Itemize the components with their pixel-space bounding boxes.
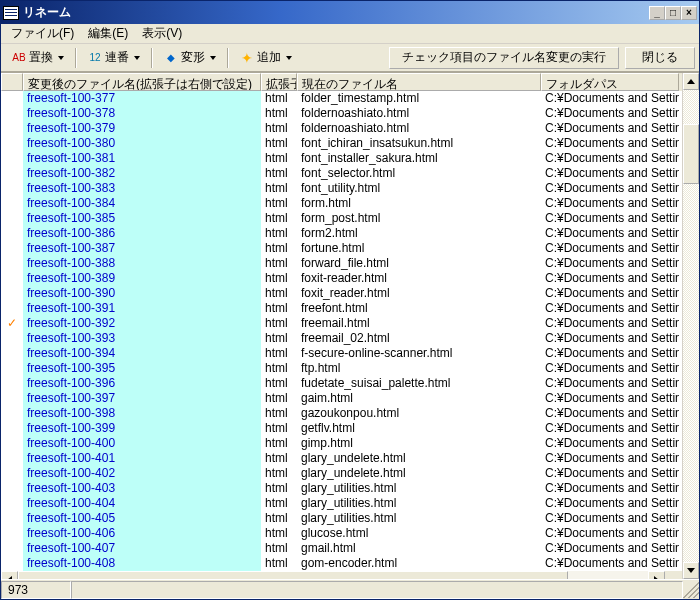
menu-file[interactable]: ファイル(F) xyxy=(5,23,80,44)
row-ext[interactable]: html xyxy=(261,481,297,496)
row-ext[interactable]: html xyxy=(261,241,297,256)
row-ext[interactable]: html xyxy=(261,256,297,271)
table-row[interactable]: freesoft-100-406htmlglucose.htmlC:¥Docum… xyxy=(1,526,682,541)
table-row[interactable]: freesoft-100-379htmlfoldernoashiato.html… xyxy=(1,121,682,136)
menu-edit[interactable]: 編集(E) xyxy=(82,23,134,44)
table-row[interactable]: freesoft-100-397htmlgaim.htmlC:¥Document… xyxy=(1,391,682,406)
table-row[interactable]: freesoft-100-395htmlftp.htmlC:¥Documents… xyxy=(1,361,682,376)
table-row[interactable]: freesoft-100-400htmlgimp.htmlC:¥Document… xyxy=(1,436,682,451)
row-newname[interactable]: freesoft-100-396 xyxy=(23,376,261,391)
row-ext[interactable]: html xyxy=(261,91,297,106)
row-newname[interactable]: freesoft-100-381 xyxy=(23,151,261,166)
sequence-button[interactable]: 12 連番 xyxy=(81,47,147,69)
row-newname[interactable]: freesoft-100-387 xyxy=(23,241,261,256)
row-newname[interactable]: freesoft-100-382 xyxy=(23,166,261,181)
table-row[interactable]: freesoft-100-389htmlfoxit-reader.htmlC:¥… xyxy=(1,271,682,286)
row-newname[interactable]: freesoft-100-401 xyxy=(23,451,261,466)
row-ext[interactable]: html xyxy=(261,166,297,181)
minimize-button[interactable]: _ xyxy=(649,6,665,20)
table-row[interactable]: freesoft-100-408htmlgom-encoder.htmlC:¥D… xyxy=(1,556,682,571)
vscroll-thumb[interactable] xyxy=(683,124,699,184)
table-row[interactable]: freesoft-100-383htmlfont_utility.htmlC:¥… xyxy=(1,181,682,196)
table-row[interactable]: freesoft-100-385htmlform_post.htmlC:¥Doc… xyxy=(1,211,682,226)
col-newname[interactable]: 変更後のファイル名(拡張子は右側で設定) xyxy=(23,73,261,91)
table-row[interactable]: freesoft-100-378htmlfoldernoashiato.html… xyxy=(1,106,682,121)
row-ext[interactable]: html xyxy=(261,376,297,391)
row-newname[interactable]: freesoft-100-395 xyxy=(23,361,261,376)
row-ext[interactable]: html xyxy=(261,556,297,571)
row-newname[interactable]: freesoft-100-377 xyxy=(23,91,261,106)
row-newname[interactable]: freesoft-100-392 xyxy=(23,316,261,331)
table-row[interactable]: freesoft-100-380htmlfont_ichiran_insatsu… xyxy=(1,136,682,151)
row-newname[interactable]: freesoft-100-379 xyxy=(23,121,261,136)
col-mark[interactable] xyxy=(1,73,23,91)
resize-grip[interactable] xyxy=(683,582,699,598)
vertical-scrollbar[interactable] xyxy=(682,73,699,579)
table-row[interactable]: freesoft-100-388htmlforward_file.htmlC:¥… xyxy=(1,256,682,271)
row-newname[interactable]: freesoft-100-408 xyxy=(23,556,261,571)
row-ext[interactable]: html xyxy=(261,136,297,151)
row-newname[interactable]: freesoft-100-404 xyxy=(23,496,261,511)
table-row[interactable]: freesoft-100-384htmlform.htmlC:¥Document… xyxy=(1,196,682,211)
transform-button[interactable]: ◆ 変形 xyxy=(157,47,223,69)
table-row[interactable]: freesoft-100-399htmlgetflv.htmlC:¥Docume… xyxy=(1,421,682,436)
row-newname[interactable]: freesoft-100-403 xyxy=(23,481,261,496)
table-row[interactable]: freesoft-100-381htmlfont_installer_sakur… xyxy=(1,151,682,166)
row-ext[interactable]: html xyxy=(261,526,297,541)
row-newname[interactable]: freesoft-100-386 xyxy=(23,226,261,241)
row-ext[interactable]: html xyxy=(261,106,297,121)
scroll-left-button[interactable] xyxy=(1,571,18,579)
row-ext[interactable]: html xyxy=(261,391,297,406)
replace-button[interactable]: AB 置換 xyxy=(5,47,71,69)
row-newname[interactable]: freesoft-100-384 xyxy=(23,196,261,211)
scroll-up-button[interactable] xyxy=(683,73,699,90)
row-newname[interactable]: freesoft-100-393 xyxy=(23,331,261,346)
row-newname[interactable]: freesoft-100-380 xyxy=(23,136,261,151)
row-ext[interactable]: html xyxy=(261,406,297,421)
table-row[interactable]: freesoft-100-382htmlfont_selector.htmlC:… xyxy=(1,166,682,181)
table-row[interactable]: freesoft-100-394htmlf-secure-online-scan… xyxy=(1,346,682,361)
row-newname[interactable]: freesoft-100-389 xyxy=(23,271,261,286)
row-ext[interactable]: html xyxy=(261,151,297,166)
col-ext[interactable]: 拡張子 xyxy=(261,73,297,91)
row-ext[interactable]: html xyxy=(261,286,297,301)
row-ext[interactable]: html xyxy=(261,361,297,376)
row-newname[interactable]: freesoft-100-398 xyxy=(23,406,261,421)
row-ext[interactable]: html xyxy=(261,496,297,511)
row-ext[interactable]: html xyxy=(261,181,297,196)
row-ext[interactable]: html xyxy=(261,421,297,436)
row-newname[interactable]: freesoft-100-405 xyxy=(23,511,261,526)
scroll-right-button[interactable] xyxy=(648,571,665,579)
scroll-down-button[interactable] xyxy=(683,562,699,579)
table-row[interactable]: freesoft-100-387htmlfortune.htmlC:¥Docum… xyxy=(1,241,682,256)
row-newname[interactable]: freesoft-100-400 xyxy=(23,436,261,451)
row-ext[interactable]: html xyxy=(261,511,297,526)
hscroll-thumb[interactable] xyxy=(18,571,568,579)
row-ext[interactable]: html xyxy=(261,196,297,211)
row-ext[interactable]: html xyxy=(261,331,297,346)
row-newname[interactable]: freesoft-100-397 xyxy=(23,391,261,406)
menu-view[interactable]: 表示(V) xyxy=(136,23,188,44)
row-newname[interactable]: freesoft-100-383 xyxy=(23,181,261,196)
row-newname[interactable]: freesoft-100-388 xyxy=(23,256,261,271)
close-button[interactable]: 閉じる xyxy=(625,47,695,69)
row-newname[interactable]: freesoft-100-402 xyxy=(23,466,261,481)
table-row[interactable]: freesoft-100-377htmlfolder_timestamp.htm… xyxy=(1,91,682,106)
row-ext[interactable]: html xyxy=(261,271,297,286)
table-row[interactable]: freesoft-100-404htmlglary_utilities.html… xyxy=(1,496,682,511)
row-ext[interactable]: html xyxy=(261,121,297,136)
table-row[interactable]: freesoft-100-407htmlgmail.htmlC:¥Documen… xyxy=(1,541,682,556)
table-row[interactable]: freesoft-100-391htmlfreefont.htmlC:¥Docu… xyxy=(1,301,682,316)
row-newname[interactable]: freesoft-100-378 xyxy=(23,106,261,121)
table-row[interactable]: freesoft-100-401htmlglary_undelete.htmlC… xyxy=(1,451,682,466)
table-row[interactable]: freesoft-100-402htmlglary_undelete.htmlC… xyxy=(1,466,682,481)
table-row[interactable]: freesoft-100-393htmlfreemail_02.htmlC:¥D… xyxy=(1,331,682,346)
row-ext[interactable]: html xyxy=(261,451,297,466)
table-row[interactable]: freesoft-100-403htmlglary_utilities.html… xyxy=(1,481,682,496)
table-row[interactable]: ✓freesoft-100-392htmlfreemail.htmlC:¥Doc… xyxy=(1,316,682,331)
row-ext[interactable]: html xyxy=(261,541,297,556)
row-newname[interactable]: freesoft-100-399 xyxy=(23,421,261,436)
table-row[interactable]: freesoft-100-396htmlfudetate_suisai_pale… xyxy=(1,376,682,391)
row-newname[interactable]: freesoft-100-385 xyxy=(23,211,261,226)
row-ext[interactable]: html xyxy=(261,316,297,331)
